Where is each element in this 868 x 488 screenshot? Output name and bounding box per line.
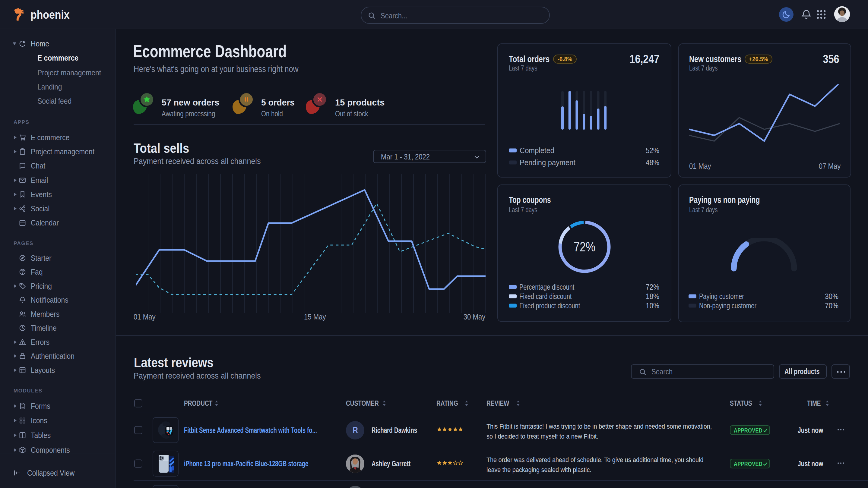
svg-text:72%: 72% xyxy=(574,240,595,254)
